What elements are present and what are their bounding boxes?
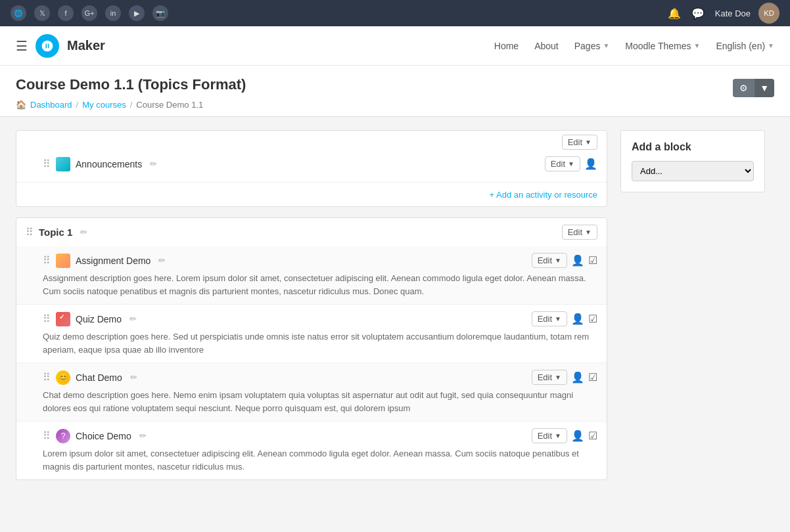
choice-drag-handle[interactable]: ⠿ [43, 430, 51, 442]
quiz-edit-arrow: ▼ [555, 315, 561, 322]
main-layout: Edit ▼ ⠿ Announcements ✏ Edit ▼ [0, 117, 790, 504]
navbar: ☰ Maker Home About Pages ▼ Moodle Themes… [0, 26, 790, 66]
assignment-header: ⠿ Assignment Demo ✏ Edit ▼ 👤 ☑ [43, 253, 597, 268]
add-activity-link[interactable]: + Add an activity or resource [490, 190, 597, 200]
quiz-title: Quiz Demo [76, 314, 122, 324]
assignment-description: Assignment description goes here. Lorem … [43, 272, 597, 298]
breadcrumb-sep-1: / [76, 100, 79, 110]
assignment-person-icon[interactable]: 👤 [571, 254, 584, 267]
google-plus-icon[interactable]: G+ [81, 5, 97, 21]
quiz-header-right: Edit ▼ 👤 ☑ [532, 311, 597, 326]
nav-about[interactable]: About [534, 41, 559, 51]
chat-check-icon[interactable]: ☑ [588, 371, 597, 384]
add-block-card: Add a block Add... Activities Blog menu … [620, 130, 765, 192]
chat-edit-pencil-icon[interactable]: ✏ [130, 372, 137, 382]
choice-icon: ? [56, 429, 70, 443]
social-icons-group: 🌐 𝕏 f G+ in ▶ 📷 [11, 5, 168, 21]
nav-moodle-themes[interactable]: Moodle Themes ▼ [625, 41, 700, 51]
hamburger-menu-icon[interactable]: ☰ [16, 38, 28, 54]
topic1-edit-button[interactable]: Edit ▼ [562, 225, 597, 240]
quiz-person-icon[interactable]: 👤 [571, 313, 584, 325]
topic1-title: Topic 1 [39, 227, 72, 238]
top-bar: 🌐 𝕏 f G+ in ▶ 📷 🔔 💬 Kate Doe KD [0, 0, 790, 26]
gear-button[interactable]: ⚙ [733, 79, 755, 97]
assignment-edit-arrow: ▼ [555, 257, 561, 264]
globe-icon[interactable]: 🌐 [11, 5, 26, 21]
youtube-icon[interactable]: ▶ [129, 5, 145, 21]
announcements-edit-button[interactable]: Edit ▼ [545, 156, 580, 171]
announcements-activity-row: ⠿ Announcements ✏ Edit ▼ 👤 [16, 150, 607, 183]
facebook-icon[interactable]: f [58, 5, 74, 21]
chat-drag-handle[interactable]: ⠿ [43, 371, 51, 384]
navbar-right: Home About Pages ▼ Moodle Themes ▼ Engli… [494, 41, 774, 51]
choice-header: ⠿ ? Choice Demo ✏ Edit ▼ 👤 ☑ [43, 428, 597, 443]
assignment-edit-pencil-icon[interactable]: ✏ [158, 255, 166, 265]
chat-edit-arrow: ▼ [555, 374, 561, 381]
choice-check-icon[interactable]: ☑ [588, 430, 597, 442]
choice-header-left: ⠿ ? Choice Demo ✏ [43, 429, 147, 443]
nav-pages[interactable]: Pages ▼ [574, 41, 610, 51]
page-title-row: Course Demo 1.1 (Topics Format) ⚙ ▼ [16, 76, 774, 100]
gear-dropdown-arrow[interactable]: ▼ [755, 79, 774, 97]
notification-bell-icon[interactable]: 🔔 [668, 7, 681, 20]
message-icon[interactable]: 💬 [691, 7, 705, 20]
sidebar: Add a block Add... Activities Blog menu … [620, 130, 765, 491]
twitter-icon[interactable]: 𝕏 [34, 5, 50, 21]
assignment-drag-handle[interactable]: ⠿ [43, 254, 51, 267]
quiz-edit-button[interactable]: Edit ▼ [532, 311, 567, 326]
breadcrumb-icon: 🏠 [16, 100, 26, 110]
topic1-edit-pencil-icon[interactable]: ✏ [80, 227, 87, 237]
topic1-drag-handle[interactable]: ⠿ [26, 226, 34, 238]
breadcrumb-dashboard[interactable]: Dashboard [30, 100, 72, 110]
brand-name: Maker [67, 38, 105, 53]
page-header: Course Demo 1.1 (Topics Format) ⚙ ▼ 🏠 Da… [0, 66, 790, 117]
chat-header: ⠿ 😊 Chat Demo ✏ Edit ▼ 👤 ☑ [43, 370, 597, 385]
pages-dropdown-arrow: ▼ [603, 42, 609, 49]
chat-person-icon[interactable]: 👤 [571, 371, 584, 384]
username-label: Kate Doe [715, 9, 751, 18]
quiz-description: Quiz demo description goes here. Sed ut … [43, 330, 597, 356]
announcements-section: Edit ▼ ⠿ Announcements ✏ Edit ▼ [16, 130, 607, 207]
breadcrumb-sep-2: / [130, 100, 133, 110]
breadcrumb: 🏠 Dashboard / My courses / Course Demo 1… [16, 100, 774, 116]
choice-title: Choice Demo [76, 431, 131, 441]
moodle-themes-dropdown-arrow: ▼ [693, 42, 700, 49]
announcements-person-icon[interactable]: 👤 [584, 158, 597, 170]
add-block-title: Add a block [632, 141, 754, 153]
chat-edit-button[interactable]: Edit ▼ [532, 370, 567, 385]
logo-svg [41, 39, 54, 53]
chat-icon: 😊 [56, 370, 70, 385]
announcements-edit-top-arrow: ▼ [585, 139, 592, 146]
choice-description: Lorem ipsum dolor sit amet, consectetuer… [43, 447, 597, 473]
assignment-check-icon[interactable]: ☑ [588, 254, 597, 267]
nav-language[interactable]: English (en) ▼ [716, 41, 774, 51]
breadcrumb-my-courses[interactable]: My courses [82, 100, 126, 110]
choice-header-right: Edit ▼ 👤 ☑ [532, 428, 597, 443]
assignment-header-left: ⠿ Assignment Demo ✏ [43, 254, 166, 268]
announcements-top-edit-button[interactable]: Edit ▼ [562, 135, 597, 150]
quiz-check-icon[interactable]: ☑ [588, 313, 597, 325]
choice-edit-arrow: ▼ [555, 432, 561, 439]
choice-person-icon[interactable]: 👤 [571, 430, 584, 442]
language-dropdown-arrow: ▼ [768, 42, 774, 49]
nav-home[interactable]: Home [494, 41, 519, 51]
announcements-header-left: ⠿ Announcements ✏ [43, 157, 157, 171]
choice-edit-pencil-icon[interactable]: ✏ [139, 431, 147, 441]
linkedin-icon[interactable]: in [105, 5, 121, 21]
quiz-drag-handle[interactable]: ⠿ [43, 313, 51, 325]
add-block-select[interactable]: Add... Activities Blog menu Calendar Com… [632, 161, 754, 181]
assignment-edit-button[interactable]: Edit ▼ [532, 253, 567, 268]
instagram-icon[interactable]: 📷 [152, 5, 168, 21]
announcements-top-edit-row: Edit ▼ [16, 131, 607, 150]
quiz-header: ⠿ ✓ Quiz Demo ✏ Edit ▼ 👤 ☑ [43, 311, 597, 326]
gear-button-group: ⚙ ▼ [733, 79, 774, 97]
announcements-drag-handle[interactable]: ⠿ [43, 158, 51, 170]
announcements-edit-pencil-icon[interactable]: ✏ [150, 159, 157, 169]
choice-edit-button[interactable]: Edit ▼ [532, 428, 567, 443]
quiz-icon: ✓ [56, 312, 70, 326]
user-avatar[interactable]: KD [758, 3, 779, 24]
main-content: Edit ▼ ⠿ Announcements ✏ Edit ▼ [16, 130, 607, 491]
announcements-icon [56, 157, 70, 171]
quiz-edit-pencil-icon[interactable]: ✏ [129, 314, 137, 324]
topic1-edit-button-group: Edit ▼ [562, 225, 597, 240]
